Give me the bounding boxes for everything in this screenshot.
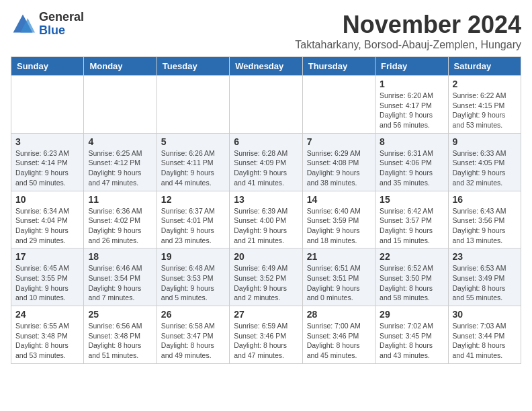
logo-icon <box>11 12 35 36</box>
day-info: Sunrise: 6:46 AM Sunset: 3:54 PM Dayligh… <box>88 263 152 303</box>
day-cell: 18Sunrise: 6:46 AM Sunset: 3:54 PM Dayli… <box>84 248 157 306</box>
day-info: Sunrise: 6:48 AM Sunset: 3:53 PM Dayligh… <box>161 263 225 303</box>
day-cell: 29Sunrise: 7:02 AM Sunset: 3:45 PM Dayli… <box>375 306 448 364</box>
day-cell: 12Sunrise: 6:37 AM Sunset: 4:01 PM Dayli… <box>157 191 229 248</box>
day-info: Sunrise: 7:00 AM Sunset: 3:46 PM Dayligh… <box>307 321 371 361</box>
day-cell: 15Sunrise: 6:42 AM Sunset: 3:57 PM Dayli… <box>375 191 448 248</box>
day-cell <box>230 76 302 134</box>
logo: General Blue <box>11 11 84 38</box>
day-number: 21 <box>307 251 371 262</box>
col-header-saturday: Saturday <box>448 57 521 76</box>
day-cell: 30Sunrise: 7:03 AM Sunset: 3:44 PM Dayli… <box>448 306 521 364</box>
day-number: 4 <box>88 136 152 147</box>
day-number: 27 <box>234 309 298 320</box>
day-number: 23 <box>453 251 517 262</box>
day-info: Sunrise: 6:58 AM Sunset: 3:47 PM Dayligh… <box>161 321 225 361</box>
day-number: 24 <box>15 309 79 320</box>
day-info: Sunrise: 6:26 AM Sunset: 4:11 PM Dayligh… <box>161 148 225 188</box>
week-row-4: 17Sunrise: 6:45 AM Sunset: 3:55 PM Dayli… <box>11 248 521 306</box>
col-header-tuesday: Tuesday <box>157 57 229 76</box>
day-info: Sunrise: 6:49 AM Sunset: 3:52 PM Dayligh… <box>234 263 298 303</box>
col-header-thursday: Thursday <box>302 57 375 76</box>
day-cell: 7Sunrise: 6:29 AM Sunset: 4:08 PM Daylig… <box>302 133 375 191</box>
day-info: Sunrise: 6:25 AM Sunset: 4:12 PM Dayligh… <box>88 148 152 188</box>
col-header-wednesday: Wednesday <box>230 57 302 76</box>
day-number: 30 <box>453 309 517 320</box>
day-cell: 26Sunrise: 6:58 AM Sunset: 3:47 PM Dayli… <box>157 306 229 364</box>
day-info: Sunrise: 6:33 AM Sunset: 4:05 PM Dayligh… <box>453 148 517 188</box>
day-info: Sunrise: 6:55 AM Sunset: 3:48 PM Dayligh… <box>15 321 79 361</box>
day-number: 12 <box>161 194 225 205</box>
day-info: Sunrise: 6:43 AM Sunset: 3:56 PM Dayligh… <box>453 206 517 246</box>
day-info: Sunrise: 6:51 AM Sunset: 3:51 PM Dayligh… <box>307 263 371 303</box>
day-number: 6 <box>234 136 298 147</box>
day-cell: 5Sunrise: 6:26 AM Sunset: 4:11 PM Daylig… <box>157 133 229 191</box>
day-info: Sunrise: 6:34 AM Sunset: 4:04 PM Dayligh… <box>15 206 79 246</box>
day-cell: 22Sunrise: 6:52 AM Sunset: 3:50 PM Dayli… <box>375 248 448 306</box>
day-number: 16 <box>453 194 517 205</box>
day-cell: 3Sunrise: 6:23 AM Sunset: 4:14 PM Daylig… <box>11 133 84 191</box>
day-info: Sunrise: 6:39 AM Sunset: 4:00 PM Dayligh… <box>234 206 298 246</box>
week-row-1: 1Sunrise: 6:20 AM Sunset: 4:17 PM Daylig… <box>11 76 521 134</box>
day-number: 5 <box>161 136 225 147</box>
day-cell: 19Sunrise: 6:48 AM Sunset: 3:53 PM Dayli… <box>157 248 229 306</box>
day-cell: 27Sunrise: 6:59 AM Sunset: 3:46 PM Dayli… <box>230 306 302 364</box>
day-info: Sunrise: 6:45 AM Sunset: 3:55 PM Dayligh… <box>15 263 79 303</box>
day-info: Sunrise: 7:03 AM Sunset: 3:44 PM Dayligh… <box>453 321 517 361</box>
day-number: 20 <box>234 251 298 262</box>
day-cell: 8Sunrise: 6:31 AM Sunset: 4:06 PM Daylig… <box>375 133 448 191</box>
day-info: Sunrise: 7:02 AM Sunset: 3:45 PM Dayligh… <box>380 321 443 361</box>
main-title: November 2024 <box>295 11 521 39</box>
day-cell: 10Sunrise: 6:34 AM Sunset: 4:04 PM Dayli… <box>11 191 84 248</box>
week-row-3: 10Sunrise: 6:34 AM Sunset: 4:04 PM Dayli… <box>11 191 521 248</box>
day-cell: 17Sunrise: 6:45 AM Sunset: 3:55 PM Dayli… <box>11 248 84 306</box>
day-cell <box>157 76 229 134</box>
day-number: 18 <box>88 251 152 262</box>
day-info: Sunrise: 6:22 AM Sunset: 4:15 PM Dayligh… <box>453 91 517 130</box>
day-info: Sunrise: 6:37 AM Sunset: 4:01 PM Dayligh… <box>161 206 225 246</box>
week-row-2: 3Sunrise: 6:23 AM Sunset: 4:14 PM Daylig… <box>11 133 521 191</box>
day-number: 13 <box>234 194 298 205</box>
header: General Blue November 2024 Taktaharkany,… <box>11 11 521 51</box>
day-number: 26 <box>161 309 225 320</box>
day-cell: 23Sunrise: 6:53 AM Sunset: 3:49 PM Dayli… <box>448 248 521 306</box>
day-cell: 13Sunrise: 6:39 AM Sunset: 4:00 PM Dayli… <box>230 191 302 248</box>
day-cell: 2Sunrise: 6:22 AM Sunset: 4:15 PM Daylig… <box>448 76 521 134</box>
day-number: 25 <box>88 309 152 320</box>
day-cell: 24Sunrise: 6:55 AM Sunset: 3:48 PM Dayli… <box>11 306 84 364</box>
day-cell: 14Sunrise: 6:40 AM Sunset: 3:59 PM Dayli… <box>302 191 375 248</box>
day-number: 2 <box>453 79 517 89</box>
day-info: Sunrise: 6:36 AM Sunset: 4:02 PM Dayligh… <box>88 206 152 246</box>
day-info: Sunrise: 6:29 AM Sunset: 4:08 PM Dayligh… <box>307 148 371 188</box>
day-cell: 25Sunrise: 6:56 AM Sunset: 3:48 PM Dayli… <box>84 306 157 364</box>
day-cell <box>11 76 84 134</box>
day-info: Sunrise: 6:52 AM Sunset: 3:50 PM Dayligh… <box>380 263 443 303</box>
calendar-table: SundayMondayTuesdayWednesdayThursdayFrid… <box>11 56 521 364</box>
day-number: 14 <box>307 194 371 205</box>
col-header-sunday: Sunday <box>11 57 84 76</box>
day-info: Sunrise: 6:59 AM Sunset: 3:46 PM Dayligh… <box>234 321 298 361</box>
day-info: Sunrise: 6:56 AM Sunset: 3:48 PM Dayligh… <box>88 321 152 361</box>
header-row: SundayMondayTuesdayWednesdayThursdayFrid… <box>11 57 521 76</box>
day-info: Sunrise: 6:23 AM Sunset: 4:14 PM Dayligh… <box>15 148 79 188</box>
day-cell: 16Sunrise: 6:43 AM Sunset: 3:56 PM Dayli… <box>448 191 521 248</box>
day-number: 28 <box>307 309 371 320</box>
day-info: Sunrise: 6:53 AM Sunset: 3:49 PM Dayligh… <box>453 263 517 303</box>
day-cell: 21Sunrise: 6:51 AM Sunset: 3:51 PM Dayli… <box>302 248 375 306</box>
day-cell: 28Sunrise: 7:00 AM Sunset: 3:46 PM Dayli… <box>302 306 375 364</box>
day-cell: 9Sunrise: 6:33 AM Sunset: 4:05 PM Daylig… <box>448 133 521 191</box>
day-number: 10 <box>15 194 79 205</box>
day-number: 29 <box>380 309 443 320</box>
page-container: General Blue November 2024 Taktaharkany,… <box>11 11 521 364</box>
logo-blue-text: Blue <box>39 24 84 38</box>
day-number: 1 <box>380 79 443 89</box>
col-header-monday: Monday <box>84 57 157 76</box>
day-info: Sunrise: 6:40 AM Sunset: 3:59 PM Dayligh… <box>307 206 371 246</box>
day-number: 9 <box>453 136 517 147</box>
day-number: 3 <box>15 136 79 147</box>
col-header-friday: Friday <box>375 57 448 76</box>
day-number: 8 <box>380 136 443 147</box>
day-cell: 6Sunrise: 6:28 AM Sunset: 4:09 PM Daylig… <box>230 133 302 191</box>
day-info: Sunrise: 6:42 AM Sunset: 3:57 PM Dayligh… <box>380 206 443 246</box>
logo-general-text: General <box>39 11 84 24</box>
